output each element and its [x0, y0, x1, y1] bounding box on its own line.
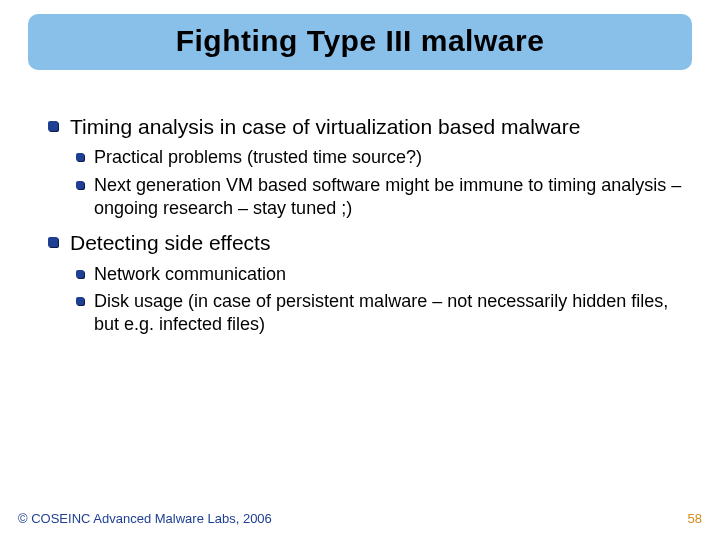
sub-bullet-list: Network communication Disk usage (in cas… [70, 263, 684, 337]
sub-bullet-list: Practical problems (trusted time source?… [70, 146, 684, 220]
slide-title: Fighting Type III malware [40, 24, 680, 58]
slide-content: Timing analysis in case of virtualizatio… [44, 114, 684, 337]
bullet-text: Next generation VM based software might … [94, 175, 681, 218]
list-item: Practical problems (trusted time source?… [70, 146, 684, 169]
copyright-text: © COSEINC Advanced Malware Labs, 2006 [18, 511, 272, 526]
bullet-text: Disk usage (in case of persistent malwar… [94, 291, 668, 334]
list-item: Network communication [70, 263, 684, 286]
title-bar: Fighting Type III malware [28, 14, 692, 70]
list-item: Timing analysis in case of virtualizatio… [44, 114, 684, 220]
list-item: Disk usage (in case of persistent malwar… [70, 290, 684, 337]
footer: © COSEINC Advanced Malware Labs, 2006 58 [18, 511, 702, 526]
bullet-text: Detecting side effects [70, 231, 270, 254]
bullet-list: Timing analysis in case of virtualizatio… [44, 114, 684, 337]
page-number: 58 [688, 511, 702, 526]
bullet-text: Network communication [94, 264, 286, 284]
list-item: Next generation VM based software might … [70, 174, 684, 221]
bullet-text: Practical problems (trusted time source?… [94, 147, 422, 167]
list-item: Detecting side effects Network communica… [44, 230, 684, 336]
bullet-text: Timing analysis in case of virtualizatio… [70, 115, 580, 138]
